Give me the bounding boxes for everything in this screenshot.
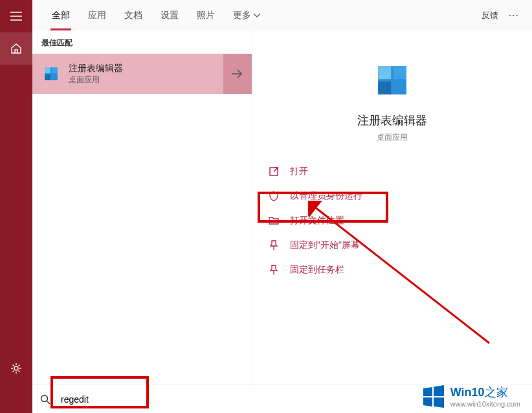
arrow-right-icon xyxy=(232,69,243,78)
tab-photos[interactable]: 照片 xyxy=(188,1,224,30)
action-label: 打开 xyxy=(290,166,308,177)
best-match-header: 最佳匹配 xyxy=(32,31,252,54)
watermark-brand-zh: 之家 xyxy=(485,386,508,399)
svg-rect-10 xyxy=(393,82,406,95)
result-title: 注册表编辑器 xyxy=(69,63,123,74)
main-area: 最佳匹配 注册表编辑器 桌面应用 xyxy=(32,31,532,385)
action-pin-taskbar[interactable]: 固定到任务栏 xyxy=(263,258,522,282)
svg-rect-2 xyxy=(45,67,50,73)
settings-button[interactable] xyxy=(0,352,32,385)
tab-settings[interactable]: 设置 xyxy=(151,1,188,30)
windows-logo-icon xyxy=(422,385,445,408)
svg-rect-8 xyxy=(393,66,406,79)
detail-column: 注册表编辑器 桌面应用 打开 以管理员身份运行 打开文件位置 固定到"开始"屏幕 xyxy=(252,31,532,385)
action-label: 固定到任务栏 xyxy=(290,264,344,276)
open-icon xyxy=(268,166,280,177)
detail-subtitle: 桌面应用 xyxy=(377,132,408,143)
admin-shield-icon xyxy=(268,191,280,201)
tab-more[interactable]: 更多 xyxy=(224,1,269,30)
svg-rect-4 xyxy=(45,74,50,80)
start-left-rail xyxy=(0,0,32,413)
svg-point-0 xyxy=(14,366,18,370)
watermark-brand-en: Win10 xyxy=(450,386,485,399)
action-label: 以管理员身份运行 xyxy=(290,190,362,202)
folder-icon xyxy=(268,216,280,226)
best-match-item[interactable]: 注册表编辑器 桌面应用 xyxy=(32,54,252,94)
watermark-url: www.win10xitong.com xyxy=(450,400,520,408)
tab-apps[interactable]: 应用 xyxy=(79,1,115,30)
result-subtitle: 桌面应用 xyxy=(69,74,123,85)
action-run-admin[interactable]: 以管理员身份运行 xyxy=(263,184,522,208)
gear-icon xyxy=(10,363,22,374)
svg-rect-9 xyxy=(378,82,391,95)
pin-taskbar-icon xyxy=(268,265,280,275)
action-pin-start[interactable]: 固定到"开始"屏幕 xyxy=(263,234,522,257)
result-expand-button[interactable] xyxy=(223,54,252,94)
category-tabs: 全部 应用 文档 设置 照片 更多 反馈 ··· xyxy=(32,0,532,31)
registry-icon xyxy=(40,63,62,85)
more-options-button[interactable]: ··· xyxy=(506,7,522,24)
action-label: 固定到"开始"屏幕 xyxy=(290,240,360,251)
home-button[interactable] xyxy=(0,32,32,65)
feedback-link[interactable]: 反馈 xyxy=(482,10,498,21)
svg-point-13 xyxy=(41,395,48,401)
svg-line-14 xyxy=(47,401,50,404)
detail-actions: 打开 以管理员身份运行 打开文件位置 固定到"开始"屏幕 固定到任务栏 xyxy=(263,160,522,282)
tab-more-label: 更多 xyxy=(233,10,251,21)
watermark: Win10之家 www.win10xitong.com xyxy=(422,385,520,408)
search-icon xyxy=(32,394,58,405)
detail-title: 注册表编辑器 xyxy=(357,113,427,128)
tab-documents[interactable]: 文档 xyxy=(115,1,151,30)
action-label: 打开文件位置 xyxy=(290,215,344,227)
action-open[interactable]: 打开 xyxy=(263,160,522,183)
chevron-down-icon xyxy=(254,14,260,17)
results-column: 最佳匹配 注册表编辑器 桌面应用 xyxy=(32,31,252,385)
detail-app-icon xyxy=(371,60,413,101)
home-icon xyxy=(10,43,22,54)
pin-start-icon xyxy=(268,240,280,251)
hamburger-button[interactable] xyxy=(0,0,32,32)
svg-rect-7 xyxy=(378,66,391,79)
svg-rect-3 xyxy=(52,67,58,73)
hamburger-icon xyxy=(10,12,22,21)
svg-rect-5 xyxy=(52,74,58,80)
tab-all[interactable]: 全部 xyxy=(43,1,79,30)
action-open-location[interactable]: 打开文件位置 xyxy=(263,209,522,232)
